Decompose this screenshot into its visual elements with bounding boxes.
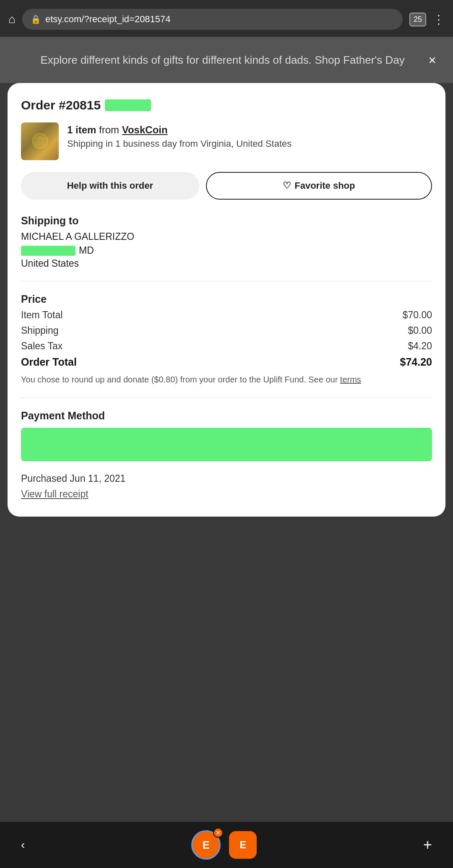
shipping-info: Shipping in 1 business day from Virginia… bbox=[67, 138, 432, 151]
view-receipt-link[interactable]: View full receipt bbox=[21, 489, 89, 499]
payment-method-redacted bbox=[21, 428, 432, 461]
sales-tax-label: Sales Tax bbox=[21, 340, 62, 352]
app-icon-wrap-1: E ✕ bbox=[191, 830, 221, 860]
receipt-footer: Purchased Jun 11, 2021 View full receipt bbox=[21, 473, 432, 500]
favorite-label: Favorite shop bbox=[294, 180, 355, 191]
item-total-value: $70.00 bbox=[403, 309, 432, 321]
donate-note-text: You chose to round up and donate ($0.80)… bbox=[21, 375, 338, 384]
item-total-label: Item Total bbox=[21, 309, 62, 321]
donate-note: You chose to round up and donate ($0.80)… bbox=[21, 373, 432, 386]
menu-dots-icon[interactable]: ⋮ bbox=[433, 13, 445, 26]
shipping-address-line1: MD bbox=[21, 245, 432, 256]
shop-thumbnail: 🪙 bbox=[21, 122, 59, 160]
etsy-app-icon-2[interactable]: E bbox=[229, 831, 257, 859]
url-text: etsy.com/?receipt_id=2081574 bbox=[45, 14, 394, 25]
shipping-name: MICHAEL A GALLERIZZO bbox=[21, 231, 432, 242]
divider-2 bbox=[21, 398, 432, 398]
lock-icon: 🔒 bbox=[31, 14, 41, 24]
item-count: 1 item from VoskCoin bbox=[67, 124, 432, 136]
terms-link[interactable]: terms bbox=[340, 375, 361, 384]
address-redacted bbox=[21, 246, 76, 256]
sales-tax-value: $4.20 bbox=[408, 340, 432, 352]
promo-text: Explore different kinds of gifts for dif… bbox=[17, 52, 428, 68]
coin-image: 🪙 bbox=[21, 122, 59, 160]
new-tab-button[interactable]: + bbox=[423, 836, 432, 854]
price-section: Price Item Total $70.00 Shipping $0.00 S… bbox=[21, 293, 432, 386]
nav-apps: E ✕ E bbox=[191, 830, 257, 860]
promo-banner: Explore different kinds of gifts for dif… bbox=[0, 37, 453, 83]
divider-1 bbox=[21, 281, 432, 281]
order-header: Order #20815 bbox=[21, 98, 432, 112]
order-number-redacted bbox=[105, 99, 151, 111]
shipping-section: Shipping to MICHAEL A GALLERIZZO MD Unit… bbox=[21, 215, 432, 269]
order-total-label: Order Total bbox=[21, 356, 77, 368]
payment-section: Payment Method bbox=[21, 410, 432, 461]
help-order-button[interactable]: Help with this order bbox=[21, 172, 199, 200]
shipping-country: United States bbox=[21, 258, 432, 269]
favorite-shop-button[interactable]: ♡ Favorite shop bbox=[206, 172, 432, 200]
shipping-value: $0.00 bbox=[408, 325, 432, 336]
order-number-text: Order #20815 bbox=[21, 98, 101, 112]
close-app-badge[interactable]: ✕ bbox=[213, 828, 223, 838]
heart-icon: ♡ bbox=[283, 180, 291, 191]
tab-count[interactable]: 25 bbox=[409, 13, 426, 26]
order-number: Order #20815 bbox=[21, 98, 432, 112]
sales-tax-row: Sales Tax $4.20 bbox=[21, 340, 432, 352]
shop-row: 🪙 1 item from VoskCoin Shipping in 1 bus… bbox=[21, 122, 432, 160]
price-title: Price bbox=[21, 293, 432, 305]
action-buttons: Help with this order ♡ Favorite shop bbox=[21, 172, 432, 200]
shipping-label: Shipping bbox=[21, 325, 59, 336]
order-modal: Order #20815 🪙 1 item from VoskCoin Ship… bbox=[8, 83, 445, 517]
purchase-date: Purchased Jun 11, 2021 bbox=[21, 473, 432, 484]
shipping-row: Shipping $0.00 bbox=[21, 325, 432, 336]
payment-title: Payment Method bbox=[21, 410, 432, 422]
back-button[interactable]: ‹ bbox=[21, 838, 25, 852]
order-total-row: Order Total $74.20 bbox=[21, 356, 432, 368]
shop-info: 1 item from VoskCoin Shipping in 1 busin… bbox=[67, 122, 432, 151]
home-icon[interactable]: ⌂ bbox=[8, 13, 16, 26]
nav-bar: ‹ E ✕ E + bbox=[0, 822, 453, 868]
item-count-number: 1 item bbox=[67, 124, 96, 135]
close-banner-button[interactable]: × bbox=[428, 52, 436, 68]
address-state: MD bbox=[79, 245, 94, 256]
shop-name-link[interactable]: VoskCoin bbox=[122, 124, 168, 135]
item-total-row: Item Total $70.00 bbox=[21, 309, 432, 321]
address-bar[interactable]: 🔒 etsy.com/?receipt_id=2081574 bbox=[22, 9, 403, 30]
browser-chrome: ⌂ 🔒 etsy.com/?receipt_id=2081574 25 ⋮ bbox=[0, 0, 453, 37]
order-total-value: $74.20 bbox=[400, 356, 432, 368]
shipping-title: Shipping to bbox=[21, 215, 432, 227]
